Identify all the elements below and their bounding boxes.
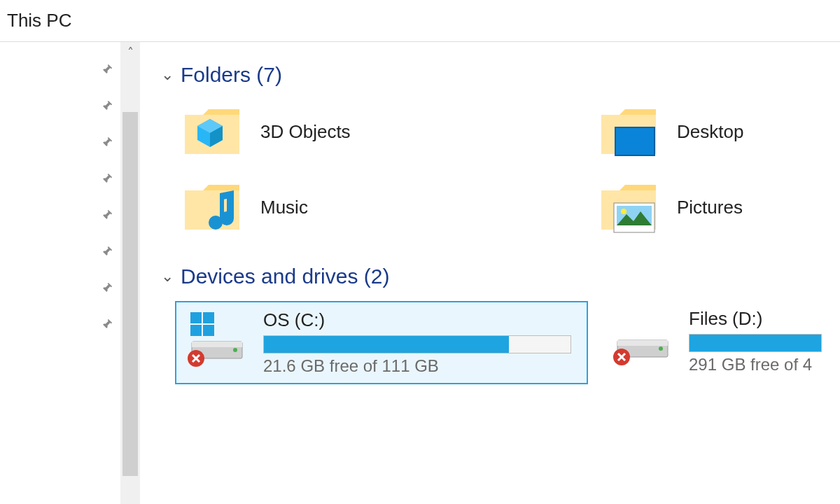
folder-3d-icon xyxy=(182,104,242,160)
scroll-up-icon[interactable]: ˄ xyxy=(120,45,140,60)
drives-header-label: Devices and drives (2) xyxy=(181,265,389,288)
folder-label: Desktop xyxy=(677,121,743,143)
drive-d[interactable]: Files (D:) 291 GB free of 4 xyxy=(602,301,833,384)
folder-music-icon xyxy=(182,179,242,235)
pin-icon[interactable] xyxy=(98,63,113,78)
svg-rect-13 xyxy=(190,325,202,336)
content-pane: ⌄ Folders (7) 3D Objects xyxy=(140,42,840,504)
drive-label: OS (C:) xyxy=(263,309,577,331)
svg-point-21 xyxy=(659,346,663,351)
folder-3d-objects[interactable]: 3D Objects xyxy=(182,99,598,175)
svg-rect-16 xyxy=(192,342,242,347)
drive-os-icon xyxy=(186,309,248,368)
pin-icon[interactable] xyxy=(98,209,113,224)
folder-pictures-icon xyxy=(598,179,659,235)
drive-free-text: 21.6 GB free of 111 GB xyxy=(263,356,577,376)
folder-music[interactable]: Music xyxy=(182,175,598,251)
svg-rect-14 xyxy=(203,325,214,336)
pin-icon[interactable] xyxy=(98,136,113,151)
svg-point-17 xyxy=(233,348,237,352)
svg-point-10 xyxy=(621,209,626,214)
pin-icon[interactable] xyxy=(98,281,113,297)
drive-free-text: 291 GB free of 4 xyxy=(689,355,823,374)
drive-icon xyxy=(612,308,673,367)
folder-label: Music xyxy=(260,197,308,218)
drive-usage-fill xyxy=(264,336,509,353)
drive-usage-fill xyxy=(690,335,821,351)
pinned-items xyxy=(0,42,120,504)
drive-usage-bar xyxy=(263,335,571,354)
drive-c[interactable]: OS (C:) 21.6 GB free of 111 GB xyxy=(175,301,588,384)
folder-label: Pictures xyxy=(677,197,743,218)
folder-desktop[interactable]: Desktop xyxy=(598,99,808,175)
folder-label: 3D Objects xyxy=(260,121,351,143)
chevron-down-icon: ⌄ xyxy=(161,267,174,286)
svg-rect-12 xyxy=(203,312,214,323)
svg-rect-6 xyxy=(220,193,224,223)
folder-desktop-icon xyxy=(598,104,659,160)
title-bar: This PC xyxy=(0,0,840,42)
svg-rect-3 xyxy=(615,127,654,155)
drive-label: Files (D:) xyxy=(689,308,823,330)
scrollbar[interactable]: ˄ xyxy=(120,42,140,504)
pin-icon[interactable] xyxy=(98,245,113,260)
folders-group-header[interactable]: ⌄ Folders (7) xyxy=(161,63,840,87)
pin-icon[interactable] xyxy=(98,318,113,333)
svg-rect-20 xyxy=(617,340,668,346)
chevron-down-icon: ⌄ xyxy=(161,66,174,84)
pin-icon[interactable] xyxy=(98,99,113,115)
drive-usage-bar xyxy=(689,334,822,352)
drives-group-header[interactable]: ⌄ Devices and drives (2) xyxy=(161,265,840,288)
window-title: This PC xyxy=(7,10,71,31)
scroll-thumb[interactable] xyxy=(122,112,138,476)
svg-rect-11 xyxy=(190,312,202,323)
folder-pictures[interactable]: Pictures xyxy=(598,175,808,251)
nav-sidebar: ˄ xyxy=(0,42,140,504)
pin-icon[interactable] xyxy=(98,172,113,188)
folders-header-label: Folders (7) xyxy=(181,63,282,87)
